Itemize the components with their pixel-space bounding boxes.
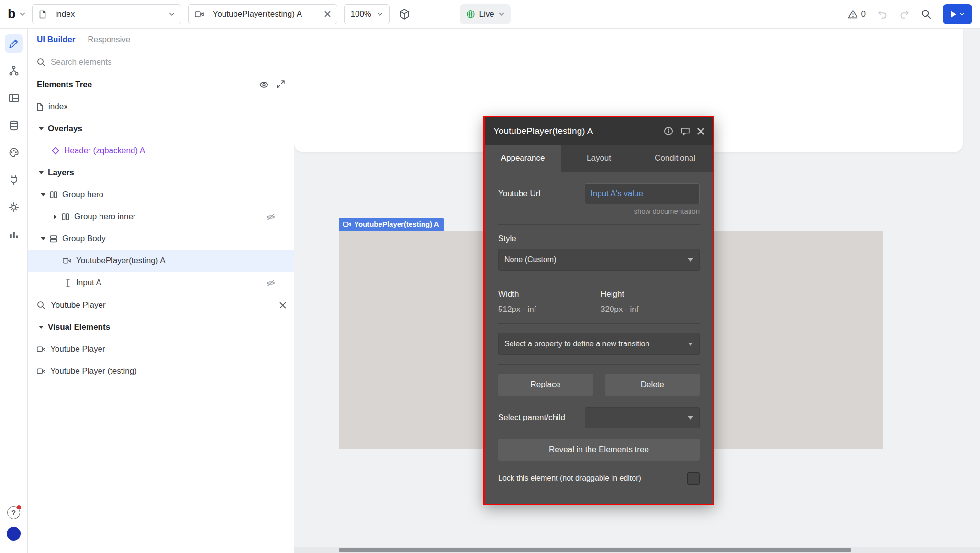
element-selector-value: YoutubePlayer(testing) A bbox=[213, 10, 320, 19]
search-elements-input[interactable] bbox=[51, 57, 285, 67]
tree-item-index[interactable]: index bbox=[28, 96, 294, 118]
comment-icon[interactable] bbox=[680, 127, 690, 136]
tree-section-label: Layers bbox=[48, 168, 74, 177]
selected-element-tag[interactable]: YoutubePlayer(testing) A bbox=[339, 218, 444, 231]
undo-icon[interactable] bbox=[877, 10, 888, 19]
layout-tab-button[interactable] bbox=[5, 89, 23, 107]
text-input-icon bbox=[65, 279, 71, 287]
chevron-right-icon[interactable] bbox=[52, 214, 58, 219]
youtube-url-input[interactable]: Input A's value bbox=[585, 183, 700, 204]
expand-icon[interactable] bbox=[277, 80, 285, 88]
horizontal-scrollbar-track[interactable] bbox=[294, 547, 980, 553]
tab-layout[interactable]: Layout bbox=[561, 145, 637, 172]
logs-tab-button[interactable] bbox=[5, 225, 23, 243]
selected-element-tag-label: YoutubePlayer(testing) A bbox=[354, 220, 439, 228]
show-documentation-link[interactable]: show documentation bbox=[498, 207, 700, 215]
transition-select[interactable]: Select a property to define a new transi… bbox=[498, 333, 700, 355]
tree-item-label: YoutubePlayer(testing) A bbox=[76, 256, 166, 265]
diamond-icon bbox=[52, 147, 59, 155]
chevron-down-icon bbox=[377, 12, 383, 16]
video-icon bbox=[37, 368, 45, 375]
component-library-icon[interactable] bbox=[396, 6, 412, 22]
ui-builder-panel: UI Builder Responsive Elements Tree inde… bbox=[28, 29, 294, 553]
close-icon[interactable] bbox=[697, 128, 704, 135]
hidden-eye-icon[interactable] bbox=[266, 213, 276, 221]
style-label: Style bbox=[498, 234, 700, 243]
chevron-down-icon[interactable] bbox=[40, 193, 46, 196]
page-icon bbox=[36, 103, 44, 111]
page-selector[interactable]: index bbox=[32, 4, 181, 24]
tree-item-input-a[interactable]: Input A bbox=[28, 272, 294, 294]
tree-item-label: Input A bbox=[76, 278, 101, 288]
bubble-logo-menu[interactable]: b bbox=[8, 8, 25, 21]
design-canvas[interactable]: YoutubePlayer(testing) A YoutubePlayer(t… bbox=[294, 29, 980, 553]
workflow-tab-button[interactable] bbox=[5, 62, 23, 80]
preview-button[interactable] bbox=[943, 4, 972, 24]
divider bbox=[498, 323, 700, 324]
tree-item-header-zqbackend[interactable]: Header (zqbackend) A bbox=[28, 140, 294, 162]
data-tab-button[interactable] bbox=[5, 116, 23, 134]
tree-item-label: Group hero bbox=[62, 190, 103, 199]
redo-icon[interactable] bbox=[899, 10, 910, 19]
style-select-value: None (Custom) bbox=[504, 255, 556, 264]
horizontal-scrollbar-thumb[interactable] bbox=[339, 548, 851, 552]
palette-item-youtube-player-testing[interactable]: Youtube Player (testing) bbox=[28, 360, 294, 382]
element-selector[interactable]: YoutubePlayer(testing) A bbox=[188, 4, 337, 24]
tree-section-overlays[interactable]: Overlays bbox=[28, 118, 294, 140]
hidden-eye-icon[interactable] bbox=[266, 279, 276, 287]
palette-section-visual-elements[interactable]: Visual Elements bbox=[28, 316, 294, 338]
video-icon bbox=[63, 257, 71, 264]
design-tab-button[interactable] bbox=[5, 34, 23, 53]
page-icon bbox=[39, 10, 46, 19]
close-icon[interactable] bbox=[324, 11, 331, 17]
info-icon[interactable] bbox=[664, 126, 673, 136]
plug-icon bbox=[9, 175, 19, 185]
settings-tab-button[interactable] bbox=[5, 198, 23, 216]
chevron-down-icon bbox=[20, 12, 25, 16]
bar-chart-icon bbox=[9, 229, 19, 240]
user-avatar[interactable] bbox=[7, 527, 21, 541]
tree-item-label: Group Body bbox=[62, 234, 106, 243]
help-button[interactable]: ? bbox=[7, 506, 20, 519]
eye-icon[interactable] bbox=[259, 81, 268, 88]
tab-appearance[interactable]: Appearance bbox=[485, 145, 561, 172]
lock-checkbox[interactable] bbox=[687, 472, 700, 485]
tab-responsive[interactable]: Responsive bbox=[88, 35, 130, 44]
pencil-icon bbox=[9, 38, 19, 49]
chevron-down-icon[interactable] bbox=[38, 171, 44, 174]
tree-item-group-body[interactable]: Group Body bbox=[28, 228, 294, 250]
chevron-down-icon[interactable] bbox=[38, 326, 44, 329]
tab-conditional[interactable]: Conditional bbox=[637, 145, 713, 172]
divider bbox=[498, 364, 700, 365]
chevron-down-icon[interactable] bbox=[40, 237, 46, 240]
tree-section-layers[interactable]: Layers bbox=[28, 162, 294, 184]
tree-item-group-hero-inner[interactable]: Group hero inner bbox=[28, 206, 294, 228]
clear-search-icon[interactable] bbox=[279, 302, 286, 309]
property-editor-titlebar[interactable]: YoutubePlayer(testing) A bbox=[485, 117, 713, 145]
tree-item-youtube-player[interactable]: YoutubePlayer(testing) A bbox=[28, 250, 294, 272]
tab-ui-builder[interactable]: UI Builder bbox=[37, 35, 75, 44]
zoom-value: 100% bbox=[351, 10, 373, 19]
globe-icon bbox=[466, 10, 475, 19]
reveal-button[interactable]: Reveal in the Elements tree bbox=[498, 439, 700, 461]
plugins-tab-button[interactable] bbox=[5, 171, 23, 189]
style-select[interactable]: None (Custom) bbox=[498, 249, 700, 271]
chevron-down-icon[interactable] bbox=[38, 127, 44, 130]
youtube-url-label: Youtube Url bbox=[498, 189, 540, 199]
styles-tab-button[interactable] bbox=[5, 144, 23, 162]
delete-button[interactable]: Delete bbox=[605, 374, 700, 396]
parent-child-select[interactable] bbox=[585, 407, 700, 428]
zoom-selector[interactable]: 100% bbox=[344, 4, 390, 24]
elements-tree-title: Elements Tree bbox=[37, 80, 92, 89]
live-version-button[interactable]: Live bbox=[460, 4, 511, 24]
tree-section-label: Overlays bbox=[48, 124, 82, 133]
issues-indicator[interactable]: 0 bbox=[848, 10, 866, 19]
search-icon[interactable] bbox=[921, 9, 931, 19]
palette-search-input[interactable] bbox=[51, 300, 274, 310]
tree-item-group-hero[interactable]: Group hero bbox=[28, 184, 294, 206]
layout-icon bbox=[9, 93, 19, 103]
palette-item-youtube-player[interactable]: Youtube Player bbox=[28, 338, 294, 360]
replace-button[interactable]: Replace bbox=[498, 374, 593, 396]
row-group-icon bbox=[50, 235, 57, 243]
palette-item-label: Youtube Player bbox=[50, 344, 105, 354]
